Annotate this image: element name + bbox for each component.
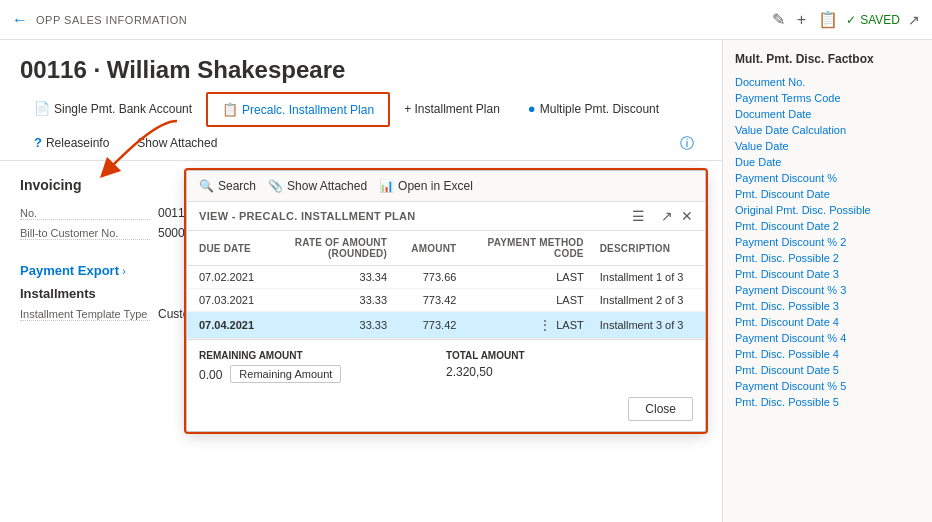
cell-amount: 773.66 <box>395 266 464 289</box>
factbox-item[interactable]: Payment Discount % 3 <box>735 282 920 298</box>
tab-releaseinfo[interactable]: ? Releaseinfo <box>20 127 123 160</box>
table-row[interactable]: 07.03.202133.33773.42LASTInstallment 2 o… <box>187 289 705 312</box>
row-menu-icon[interactable]: ⋮ <box>538 317 552 333</box>
factbox-item[interactable]: Pmt. Disc. Possible 2 <box>735 250 920 266</box>
col-amount: AMOUNT <box>395 231 464 266</box>
invoicing-title: Invoicing <box>20 177 81 193</box>
col-due-date: DUE DATE <box>187 231 272 266</box>
edit-icon[interactable]: ✎ <box>772 10 785 29</box>
list-view-icon[interactable]: ☰ <box>632 208 645 224</box>
modal-table-wrapper: DUE DATE RATE OF AMOUNT(ROUNDED) AMOUNT … <box>187 231 705 339</box>
cell-due-date: 07.03.2021 <box>187 289 272 312</box>
factbox-item[interactable]: Pmt. Discount Date 5 <box>735 362 920 378</box>
modal-close-button[interactable]: Close <box>628 397 693 421</box>
cell-rate: 33.34 <box>272 266 395 289</box>
payment-export-link[interactable]: Payment Export <box>20 263 119 278</box>
factbox-items: Document No.Payment Terms CodeDocument D… <box>735 74 920 410</box>
single-pmt-icon: 📄 <box>34 101 50 116</box>
excel-icon: 📊 <box>379 179 394 193</box>
modal-excel-label: Open in Excel <box>398 179 473 193</box>
tab-multiple-pmt[interactable]: ● Multiple Pmt. Discount <box>514 93 673 126</box>
cell-amount: 773.42 <box>395 289 464 312</box>
close-modal-icon[interactable]: ✕ <box>681 208 693 224</box>
total-label: TOTAL AMOUNT <box>446 350 693 361</box>
remaining-section: REMAINING AMOUNT 0.00 Remaining Amount <box>199 350 446 383</box>
factbox-item[interactable]: Pmt. Discount Date 4 <box>735 314 920 330</box>
tab-single-pmt-label: Single Pmt. Bank Account <box>54 102 192 116</box>
back-button[interactable]: ← <box>12 11 28 29</box>
table-row[interactable]: 07.04.202133.33773.42⋮LASTInstallment 3 … <box>187 312 705 339</box>
total-section: TOTAL AMOUNT 2.320,50 <box>446 350 693 383</box>
modal-header-icons: ☰ ⁤ ↗ ✕ <box>632 208 693 224</box>
releaseinfo-icon: ? <box>34 135 42 150</box>
modal-footer-data: REMAINING AMOUNT 0.00 Remaining Amount T… <box>187 339 705 389</box>
factbox-item[interactable]: Original Pmt. Disc. Possible <box>735 202 920 218</box>
field-no-label: No. <box>20 207 150 220</box>
tab-single-pmt[interactable]: 📄 Single Pmt. Bank Account <box>20 93 206 126</box>
factbox-item[interactable]: Pmt. Discount Date 2 <box>735 218 920 234</box>
table-row[interactable]: 07.02.202133.34773.66LASTInstallment 1 o… <box>187 266 705 289</box>
factbox-title: Mult. Pmt. Disc. Factbox <box>735 52 920 66</box>
tab-installment-plan[interactable]: + Installment Plan <box>390 94 514 126</box>
factbox-item[interactable]: Due Date <box>735 154 920 170</box>
cell-due-date: 07.04.2021 <box>187 312 272 339</box>
expand-icon[interactable]: ↗ <box>908 12 920 28</box>
col-description: DESCRIPTION <box>592 231 705 266</box>
table-body: 07.02.202133.34773.66LASTInstallment 1 o… <box>187 266 705 339</box>
top-bar: ← OPP SALES INFORMATION ✎ + 📋 ✓ SAVED ↗ <box>0 0 932 40</box>
tab-precalc[interactable]: 📋 Precalc. Installment Plan <box>206 92 390 127</box>
add-icon[interactable]: + <box>797 11 806 29</box>
factbox-item[interactable]: Payment Discount % 2 <box>735 234 920 250</box>
factbox-item[interactable]: Payment Discount % 4 <box>735 330 920 346</box>
remaining-amount-button[interactable]: Remaining Amount <box>230 365 341 383</box>
table-header: DUE DATE RATE OF AMOUNT(ROUNDED) AMOUNT … <box>187 231 705 266</box>
factbox-sidebar: Mult. Pmt. Disc. Factbox Document No.Pay… <box>722 40 932 522</box>
record-title: 00116 · William Shakespeare <box>20 56 702 84</box>
saved-badge: ✓ SAVED <box>846 13 900 27</box>
modal-search-label: Search <box>218 179 256 193</box>
factbox-item[interactable]: Payment Discount % <box>735 170 920 186</box>
tab-releaseinfo-label: Releaseinfo <box>46 136 109 150</box>
cell-description: Installment 3 of 3 <box>592 312 705 339</box>
cell-method: ⋮LAST <box>464 312 591 339</box>
tab-show-attached[interactable]: Show Attached <box>123 128 231 160</box>
tab-multiple-pmt-label: Multiple Pmt. Discount <box>540 102 659 116</box>
remaining-label: REMAINING AMOUNT <box>199 350 446 361</box>
field-bill-to-customer-label: Bill-to Customer No. <box>20 227 150 240</box>
cell-rate: 33.33 <box>272 312 395 339</box>
factbox-item[interactable]: Pmt. Discount Date 3 <box>735 266 920 282</box>
modal-excel-btn[interactable]: 📊 Open in Excel <box>379 179 473 193</box>
modal-close-row: Close <box>187 389 705 431</box>
factbox-item[interactable]: Value Date Calculation <box>735 122 920 138</box>
cell-method: LAST <box>464 289 591 312</box>
factbox-item[interactable]: Pmt. Disc. Possible 5 <box>735 394 920 410</box>
tab-show-attached-label: Show Attached <box>137 136 217 150</box>
factbox-item[interactable]: Pmt. Disc. Possible 4 <box>735 346 920 362</box>
total-value: 2.320,50 <box>446 365 693 379</box>
cell-due-date: 07.02.2021 <box>187 266 272 289</box>
expand-modal-icon[interactable]: ↗ <box>661 208 673 224</box>
modal-show-attached-btn[interactable]: 📎 Show Attached <box>268 179 367 193</box>
factbox-item[interactable]: Payment Discount % 5 <box>735 378 920 394</box>
info-icon[interactable]: ⓘ <box>672 131 702 157</box>
precalc-modal: 🔍 Search 📎 Show Attached 📊 Open in Excel… <box>186 170 706 432</box>
factbox-item[interactable]: Document No. <box>735 74 920 90</box>
tab-bar: 📄 Single Pmt. Bank Account 📋 Precalc. In… <box>0 92 722 161</box>
col-method: PAYMENT METHODCODE <box>464 231 591 266</box>
factbox-item[interactable]: Value Date <box>735 138 920 154</box>
inst-template-value: Custo <box>158 307 189 321</box>
cell-method: LAST <box>464 266 591 289</box>
modal-search-btn[interactable]: 🔍 Search <box>199 179 256 193</box>
checkmark-icon: ✓ <box>846 13 856 27</box>
factbox-item[interactable]: Pmt. Disc. Possible 3 <box>735 298 920 314</box>
copy-icon[interactable]: 📋 <box>818 10 838 29</box>
modal-show-attached-label: Show Attached <box>287 179 367 193</box>
factbox-item[interactable]: Document Date <box>735 106 920 122</box>
cell-description: Installment 1 of 3 <box>592 266 705 289</box>
factbox-item[interactable]: Payment Terms Code <box>735 90 920 106</box>
factbox-item[interactable]: Pmt. Discount Date <box>735 186 920 202</box>
payment-export-chevron[interactable]: › <box>122 265 126 277</box>
precalc-icon: 📋 <box>222 102 238 117</box>
app-title: OPP SALES INFORMATION <box>36 14 764 26</box>
modal-header-title: VIEW - PRECALC. INSTALLMENT PLAN <box>199 210 416 222</box>
